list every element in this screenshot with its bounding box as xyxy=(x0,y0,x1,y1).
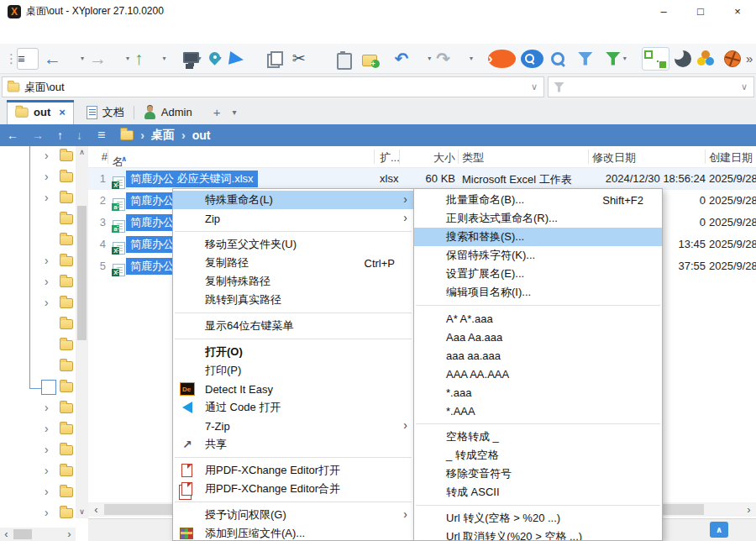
chevron-down-icon[interactable] xyxy=(525,81,543,92)
folder-icon[interactable] xyxy=(60,277,73,287)
folder-icon[interactable] xyxy=(60,193,73,203)
context-menu-item[interactable]: 共享 xyxy=(173,435,413,454)
toolbar-button[interactable] xyxy=(17,48,39,70)
folder-icon[interactable] xyxy=(60,256,73,266)
toolbar-button[interactable] xyxy=(89,50,129,68)
dropdown-caret-icon[interactable] xyxy=(470,55,473,62)
folder-icon[interactable] xyxy=(60,487,73,497)
tree-expand-chevron-icon[interactable] xyxy=(45,485,49,498)
breadcrumb-segment-desktop[interactable]: 桌面 xyxy=(144,128,181,143)
folder-icon[interactable] xyxy=(60,172,73,182)
scroll-right-icon[interactable] xyxy=(743,503,755,516)
tree-expand-chevron-icon[interactable] xyxy=(45,170,49,183)
context-menu-item[interactable]: 通过 Code 打开 xyxy=(173,398,413,417)
submenu-item[interactable]: A* A*.aaa xyxy=(414,309,662,328)
toolbar-button[interactable] xyxy=(361,50,380,68)
folder-icon[interactable] xyxy=(120,130,134,140)
folder-icon[interactable] xyxy=(60,298,73,308)
tree-row[interactable] xyxy=(0,209,76,230)
dropdown-caret-icon[interactable] xyxy=(126,55,129,62)
context-menu-item[interactable]: 添加到压缩文件(A)... xyxy=(173,524,413,541)
filter-combobox[interactable] xyxy=(548,76,754,97)
tree-row[interactable] xyxy=(0,188,76,209)
toolbar-button[interactable] xyxy=(436,50,473,68)
submenu-item[interactable]: Aaa Aa.aaa xyxy=(414,328,662,346)
tree-row[interactable] xyxy=(0,398,76,419)
submenu-item[interactable]: 设置扩展名(E)... xyxy=(414,265,662,283)
scroll-up-icon[interactable] xyxy=(76,146,88,159)
context-menu-item[interactable]: 打印(P) xyxy=(173,361,413,380)
toolbar-button[interactable] xyxy=(549,50,571,68)
toolbar-button[interactable] xyxy=(724,50,741,67)
tree-expand-chevron-icon[interactable] xyxy=(45,506,49,519)
toolbar-button[interactable] xyxy=(642,47,669,71)
tree-expand-chevron-icon[interactable] xyxy=(45,464,49,477)
tree-row[interactable] xyxy=(0,482,76,503)
col-modified[interactable]: 修改日期 xyxy=(592,150,636,165)
context-menu-item[interactable]: 打开(O) xyxy=(173,343,413,361)
folder-icon[interactable] xyxy=(60,151,73,161)
address-path[interactable]: 桌面\out xyxy=(24,80,65,95)
context-menu-item[interactable]: 复制特殊路径 xyxy=(173,272,413,291)
tree-row[interactable] xyxy=(0,440,76,461)
context-menu-item[interactable]: 7-Zip xyxy=(173,417,413,435)
col-created[interactable]: 创建日期 xyxy=(709,150,753,165)
tab-admin[interactable]: Admin xyxy=(136,100,200,124)
submenu-item[interactable]: *.AAA xyxy=(414,402,662,420)
tree-expand-chevron-icon[interactable] xyxy=(45,296,49,309)
submenu-item[interactable]: 正则表达式重命名(R)... xyxy=(414,209,662,228)
submenu-item[interactable]: _ 转成空格 xyxy=(414,446,662,465)
file-name[interactable]: 简鹿办公 xyxy=(126,192,174,209)
folder-icon[interactable] xyxy=(60,361,73,371)
toolbar-button[interactable] xyxy=(576,50,599,68)
tree-expand-chevron-icon[interactable] xyxy=(45,191,49,204)
col-num[interactable]: # xyxy=(93,150,108,163)
context-menu-item[interactable]: 用PDF-XChange Editor打开 xyxy=(173,461,413,480)
toolbar-button[interactable] xyxy=(44,50,84,68)
folder-icon[interactable] xyxy=(60,340,73,350)
toolbar-button[interactable] xyxy=(207,50,222,68)
col-size[interactable]: 大小 xyxy=(403,150,455,165)
close-button[interactable]: × xyxy=(719,0,756,23)
tree-row[interactable] xyxy=(0,314,76,335)
tree-row[interactable] xyxy=(0,167,76,188)
dropdown-caret-icon[interactable] xyxy=(163,55,166,62)
tree-vscrollbar[interactable] xyxy=(76,146,88,518)
minimize-button[interactable]: – xyxy=(645,0,682,23)
toolbar-button[interactable] xyxy=(746,50,756,68)
tree-row[interactable] xyxy=(0,293,76,314)
submenu-item[interactable]: 空格转成 _ xyxy=(414,428,662,446)
file-name[interactable]: 简鹿办公 xyxy=(126,236,174,253)
tree-expand-chevron-icon[interactable] xyxy=(45,443,49,456)
tree-expand-chevron-icon[interactable] xyxy=(45,422,49,435)
folder-icon[interactable] xyxy=(60,382,73,392)
tree-expand-chevron-icon[interactable] xyxy=(45,254,49,267)
tree-expand-chevron-icon[interactable] xyxy=(45,149,49,162)
submenu-item[interactable]: 移除变音符号 xyxy=(414,465,662,483)
dropdown-caret-icon[interactable] xyxy=(81,55,84,62)
toolbar-button[interactable] xyxy=(696,50,719,68)
address-path-combobox[interactable]: 桌面\out xyxy=(2,76,544,97)
toolbar-button[interactable] xyxy=(333,50,356,68)
tree-hscrollbar[interactable] xyxy=(0,528,76,541)
crumb-forward-icon[interactable]: → xyxy=(25,129,50,142)
dropdown-caret-icon[interactable] xyxy=(198,55,202,62)
toolbar-button[interactable] xyxy=(521,50,543,68)
scroll-thumb[interactable] xyxy=(13,529,32,539)
folder-icon[interactable] xyxy=(60,235,73,245)
toolbar-button[interactable] xyxy=(675,50,691,67)
submenu-item[interactable]: 搜索和替换(S)... xyxy=(414,228,662,246)
toolbar-button[interactable] xyxy=(134,50,166,68)
toolbar-button[interactable] xyxy=(265,50,287,68)
context-menu-item[interactable]: 显示64位右键菜单 xyxy=(173,317,413,335)
tab-out[interactable]: out × xyxy=(7,100,74,124)
folder-icon[interactable] xyxy=(60,466,73,476)
submenu-item[interactable]: AAA AA.AAA xyxy=(414,365,662,383)
tab-close-icon[interactable]: × xyxy=(59,106,66,118)
context-menu-item[interactable]: 授予访问权限(G) xyxy=(173,506,413,524)
folder-icon[interactable] xyxy=(60,319,73,329)
tree-current-box[interactable] xyxy=(41,380,56,395)
folder-icon[interactable] xyxy=(60,445,73,455)
status-expand-button[interactable] xyxy=(710,522,728,538)
context-menu-item[interactable]: 用PDF-XChange Editor合并 xyxy=(173,480,413,498)
